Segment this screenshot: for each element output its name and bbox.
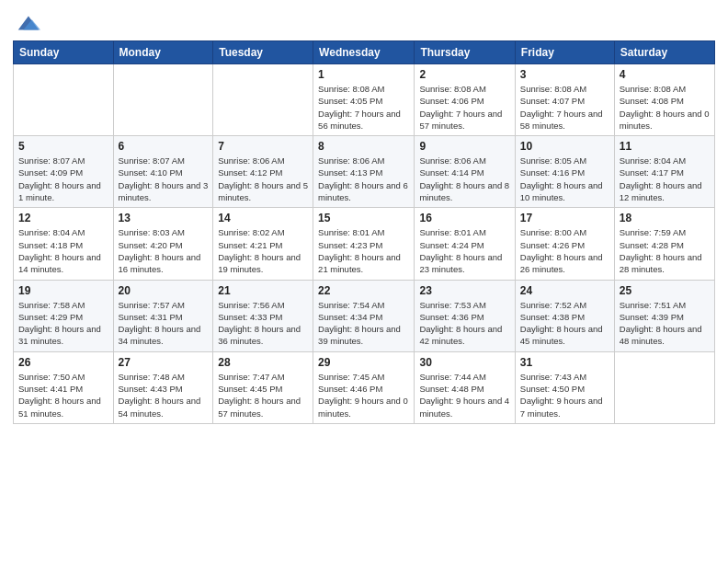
calendar-cell: 3Sunrise: 8:08 AM Sunset: 4:07 PM Daylig… xyxy=(515,64,614,136)
day-info: Sunrise: 8:01 AM Sunset: 4:24 PM Dayligh… xyxy=(419,226,509,275)
calendar-cell: 24Sunrise: 7:52 AM Sunset: 4:38 PM Dayli… xyxy=(515,280,614,351)
day-info: Sunrise: 7:58 AM Sunset: 4:29 PM Dayligh… xyxy=(18,299,108,348)
day-number: 23 xyxy=(419,284,509,297)
day-number: 3 xyxy=(520,68,609,81)
day-info: Sunrise: 7:59 AM Sunset: 4:28 PM Dayligh… xyxy=(620,226,710,275)
day-info: Sunrise: 8:08 AM Sunset: 4:06 PM Dayligh… xyxy=(419,83,509,132)
calendar-cell: 9Sunrise: 8:06 AM Sunset: 4:14 PM Daylig… xyxy=(415,136,515,208)
day-number: 16 xyxy=(419,212,509,224)
day-number: 29 xyxy=(318,356,409,369)
calendar-cell: 28Sunrise: 7:47 AM Sunset: 4:45 PM Dayli… xyxy=(213,351,313,423)
day-number: 2 xyxy=(419,68,509,81)
day-number: 24 xyxy=(520,284,609,297)
day-info: Sunrise: 7:50 AM Sunset: 4:41 PM Dayligh… xyxy=(18,371,108,419)
calendar-page: SundayMondayTuesdayWednesdayThursdayFrid… xyxy=(0,0,728,563)
calendar-cell: 7Sunrise: 8:06 AM Sunset: 4:12 PM Daylig… xyxy=(213,136,313,208)
day-number: 19 xyxy=(18,284,108,297)
calendar-cell xyxy=(113,64,213,136)
day-info: Sunrise: 7:43 AM Sunset: 4:50 PM Dayligh… xyxy=(520,371,609,419)
day-info: Sunrise: 8:07 AM Sunset: 4:09 PM Dayligh… xyxy=(18,155,108,203)
week-row-4: 19Sunrise: 7:58 AM Sunset: 4:29 PM Dayli… xyxy=(14,280,715,351)
day-number: 11 xyxy=(620,140,710,153)
day-number: 18 xyxy=(620,212,710,224)
day-info: Sunrise: 7:48 AM Sunset: 4:43 PM Dayligh… xyxy=(119,371,209,419)
day-number: 13 xyxy=(119,212,209,224)
calendar-cell: 15Sunrise: 8:01 AM Sunset: 4:23 PM Dayli… xyxy=(313,208,415,280)
logo-icon xyxy=(15,9,40,35)
calendar-cell: 27Sunrise: 7:48 AM Sunset: 4:43 PM Dayli… xyxy=(113,351,213,423)
day-number: 1 xyxy=(318,68,409,81)
calendar-cell: 21Sunrise: 7:56 AM Sunset: 4:33 PM Dayli… xyxy=(213,280,313,351)
calendar-cell: 31Sunrise: 7:43 AM Sunset: 4:50 PM Dayli… xyxy=(515,351,614,423)
calendar-table: SundayMondayTuesdayWednesdayThursdayFrid… xyxy=(13,40,715,424)
calendar-cell: 17Sunrise: 8:00 AM Sunset: 4:26 PM Dayli… xyxy=(515,208,614,280)
weekday-header-wednesday: Wednesday xyxy=(313,41,415,64)
day-number: 6 xyxy=(119,140,209,153)
calendar-cell: 18Sunrise: 7:59 AM Sunset: 4:28 PM Dayli… xyxy=(614,208,714,280)
day-info: Sunrise: 8:01 AM Sunset: 4:23 PM Dayligh… xyxy=(318,226,409,275)
day-info: Sunrise: 7:47 AM Sunset: 4:45 PM Dayligh… xyxy=(218,371,308,419)
day-info: Sunrise: 7:52 AM Sunset: 4:38 PM Dayligh… xyxy=(520,299,609,348)
day-info: Sunrise: 8:06 AM Sunset: 4:14 PM Dayligh… xyxy=(419,155,509,203)
calendar-cell: 14Sunrise: 8:02 AM Sunset: 4:21 PM Dayli… xyxy=(213,208,313,280)
calendar-cell: 23Sunrise: 7:53 AM Sunset: 4:36 PM Dayli… xyxy=(415,280,515,351)
weekday-header-row: SundayMondayTuesdayWednesdayThursdayFrid… xyxy=(14,41,715,64)
calendar-cell: 2Sunrise: 8:08 AM Sunset: 4:06 PM Daylig… xyxy=(415,64,515,136)
calendar-cell: 22Sunrise: 7:54 AM Sunset: 4:34 PM Dayli… xyxy=(313,280,415,351)
day-info: Sunrise: 7:54 AM Sunset: 4:34 PM Dayligh… xyxy=(318,299,409,348)
day-info: Sunrise: 7:57 AM Sunset: 4:31 PM Dayligh… xyxy=(119,299,209,348)
day-number: 22 xyxy=(318,284,409,297)
day-info: Sunrise: 7:53 AM Sunset: 4:36 PM Dayligh… xyxy=(419,299,509,348)
weekday-header-tuesday: Tuesday xyxy=(213,41,313,64)
day-number: 10 xyxy=(520,140,609,153)
weekday-header-friday: Friday xyxy=(515,41,614,64)
calendar-cell: 30Sunrise: 7:44 AM Sunset: 4:48 PM Dayli… xyxy=(415,351,515,423)
day-info: Sunrise: 8:08 AM Sunset: 4:05 PM Dayligh… xyxy=(318,83,409,132)
calendar-cell xyxy=(14,64,114,136)
day-number: 21 xyxy=(218,284,308,297)
day-info: Sunrise: 8:04 AM Sunset: 4:17 PM Dayligh… xyxy=(620,155,710,203)
day-number: 15 xyxy=(318,212,409,224)
calendar-cell xyxy=(614,351,714,423)
day-info: Sunrise: 8:02 AM Sunset: 4:21 PM Dayligh… xyxy=(218,226,308,275)
day-number: 31 xyxy=(520,356,609,369)
header xyxy=(13,9,715,35)
day-number: 25 xyxy=(620,284,710,297)
day-number: 26 xyxy=(18,356,108,369)
day-info: Sunrise: 8:05 AM Sunset: 4:16 PM Dayligh… xyxy=(520,155,609,203)
day-number: 4 xyxy=(620,68,710,81)
day-info: Sunrise: 7:51 AM Sunset: 4:39 PM Dayligh… xyxy=(620,299,710,348)
weekday-header-thursday: Thursday xyxy=(415,41,515,64)
week-row-2: 5Sunrise: 8:07 AM Sunset: 4:09 PM Daylig… xyxy=(14,136,715,208)
calendar-cell xyxy=(213,64,313,136)
calendar-cell: 1Sunrise: 8:08 AM Sunset: 4:05 PM Daylig… xyxy=(313,64,415,136)
day-number: 14 xyxy=(218,212,308,224)
day-number: 12 xyxy=(18,212,108,224)
calendar-cell: 29Sunrise: 7:45 AM Sunset: 4:46 PM Dayli… xyxy=(313,351,415,423)
calendar-cell: 25Sunrise: 7:51 AM Sunset: 4:39 PM Dayli… xyxy=(614,280,714,351)
day-info: Sunrise: 7:45 AM Sunset: 4:46 PM Dayligh… xyxy=(318,371,409,419)
calendar-cell: 20Sunrise: 7:57 AM Sunset: 4:31 PM Dayli… xyxy=(113,280,213,351)
calendar-cell: 13Sunrise: 8:03 AM Sunset: 4:20 PM Dayli… xyxy=(113,208,213,280)
calendar-cell: 11Sunrise: 8:04 AM Sunset: 4:17 PM Dayli… xyxy=(614,136,714,208)
calendar-cell: 4Sunrise: 8:08 AM Sunset: 4:08 PM Daylig… xyxy=(614,64,714,136)
day-number: 17 xyxy=(520,212,609,224)
day-info: Sunrise: 8:03 AM Sunset: 4:20 PM Dayligh… xyxy=(119,226,209,275)
day-info: Sunrise: 8:06 AM Sunset: 4:12 PM Dayligh… xyxy=(218,155,308,203)
calendar-cell: 5Sunrise: 8:07 AM Sunset: 4:09 PM Daylig… xyxy=(14,136,114,208)
day-info: Sunrise: 8:04 AM Sunset: 4:18 PM Dayligh… xyxy=(18,226,108,275)
calendar-cell: 26Sunrise: 7:50 AM Sunset: 4:41 PM Dayli… xyxy=(14,351,114,423)
day-info: Sunrise: 7:44 AM Sunset: 4:48 PM Dayligh… xyxy=(419,371,509,419)
calendar-cell: 12Sunrise: 8:04 AM Sunset: 4:18 PM Dayli… xyxy=(14,208,114,280)
day-info: Sunrise: 8:06 AM Sunset: 4:13 PM Dayligh… xyxy=(318,155,409,203)
logo xyxy=(13,9,42,35)
day-number: 28 xyxy=(218,356,308,369)
calendar-cell: 16Sunrise: 8:01 AM Sunset: 4:24 PM Dayli… xyxy=(415,208,515,280)
weekday-header-saturday: Saturday xyxy=(614,41,714,64)
calendar-cell: 10Sunrise: 8:05 AM Sunset: 4:16 PM Dayli… xyxy=(515,136,614,208)
day-number: 27 xyxy=(119,356,209,369)
week-row-3: 12Sunrise: 8:04 AM Sunset: 4:18 PM Dayli… xyxy=(14,208,715,280)
day-info: Sunrise: 8:08 AM Sunset: 4:08 PM Dayligh… xyxy=(620,83,710,132)
day-number: 30 xyxy=(419,356,509,369)
day-info: Sunrise: 7:56 AM Sunset: 4:33 PM Dayligh… xyxy=(218,299,308,348)
